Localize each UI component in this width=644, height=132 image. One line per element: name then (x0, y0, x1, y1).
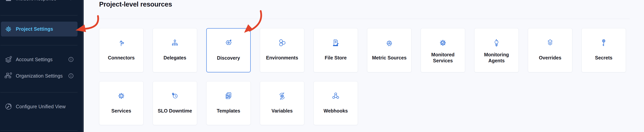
card-label: Secrets (584, 55, 623, 61)
card-delegates[interactable]: Delegates (153, 28, 197, 72)
card-services[interactable]: Services (99, 81, 144, 125)
card-label: Environments (263, 55, 301, 61)
sidebar-scrollbar[interactable] (82, 0, 84, 132)
unified-view-wrench-icon (4, 102, 13, 111)
sidebar: Incident Response Project Settings (0, 0, 84, 132)
metric-sources-icon (385, 38, 394, 47)
services-icon (117, 92, 126, 100)
card-variables[interactable]: Variables (260, 81, 304, 125)
card-label: SLO Downtime (156, 108, 194, 114)
connectors-icon (117, 38, 126, 47)
card-environments[interactable]: Environments (260, 28, 304, 72)
card-secrets[interactable]: Secrets (582, 28, 626, 72)
organization-settings-icon (4, 72, 13, 80)
card-label: Monitored Services (424, 52, 462, 64)
page-title: Project-level resources (99, 0, 172, 8)
sidebar-item-label: Incident Response (16, 0, 56, 2)
card-label: Discovery (210, 55, 248, 61)
sidebar-item-project-settings[interactable]: Project Settings (1, 22, 78, 36)
sidebar-item-organization-settings[interactable]: Organization Settings (1, 68, 78, 83)
delegates-icon (171, 38, 179, 47)
card-label: Variables (263, 108, 301, 114)
card-label: Metric Sources (370, 55, 408, 61)
environments-icon (278, 38, 286, 47)
discovery-icon (224, 38, 233, 47)
main-content: Project-level resources Connectors Deleg… (84, 0, 644, 132)
resource-cards-row-1: Connectors Delegates (99, 28, 626, 72)
card-label: Connectors (102, 55, 140, 61)
secrets-icon (600, 38, 608, 47)
sidebar-item-label: Configure Unified View (16, 104, 66, 110)
card-discovery[interactable]: Discovery (206, 28, 251, 72)
card-label: Templates (210, 108, 248, 114)
info-icon[interactable] (68, 57, 74, 62)
sidebar-divider (0, 15, 78, 16)
card-label: Monitoring Agents (478, 52, 516, 64)
account-settings-icon (4, 55, 13, 64)
sidebar-item-label: Organization Settings (16, 73, 63, 79)
card-monitoring-agents[interactable]: Monitoring Agents (474, 28, 519, 72)
card-label: File Store (316, 55, 355, 61)
variables-icon (278, 92, 286, 100)
card-overrides[interactable]: Overrides (528, 28, 572, 72)
incident-response-icon (4, 0, 13, 3)
card-label: Delegates (156, 55, 194, 61)
resource-cards-row-2: Services SLO Downtime (99, 81, 358, 125)
header-divider (99, 19, 630, 19)
card-connectors[interactable]: Connectors (99, 28, 144, 72)
monitoring-agents-icon (492, 38, 501, 47)
info-icon[interactable] (68, 73, 74, 78)
sidebar-item-incident-response[interactable]: Incident Response (1, 0, 78, 6)
sidebar-item-configure-unified-view[interactable]: Configure Unified View (1, 99, 78, 114)
overrides-icon (546, 38, 554, 47)
monitored-services-icon (439, 38, 447, 47)
card-slo-downtime[interactable]: SLO Downtime (153, 81, 197, 125)
sidebar-item-label: Account Settings (16, 57, 53, 62)
gear-icon (4, 25, 13, 34)
sidebar-item-label: Project Settings (16, 26, 53, 32)
card-file-store[interactable]: File Store (314, 28, 358, 72)
sidebar-divider (0, 92, 78, 92)
card-templates[interactable]: Templates (206, 81, 251, 125)
card-label: Overrides (531, 55, 569, 61)
chevron-right-icon (69, 0, 74, 1)
templates-icon (224, 92, 233, 100)
webhooks-icon (332, 92, 340, 100)
sidebar-item-account-settings[interactable]: Account Settings (1, 52, 78, 67)
card-label: Webhooks (316, 108, 355, 114)
file-store-icon (332, 38, 340, 47)
slo-downtime-icon (171, 92, 179, 100)
card-metric-sources[interactable]: Metric Sources (367, 28, 412, 72)
card-webhooks[interactable]: Webhooks (314, 81, 358, 125)
sidebar-divider (0, 130, 78, 131)
card-monitored-services[interactable]: Monitored Services (421, 28, 465, 72)
card-label: Services (102, 108, 140, 114)
